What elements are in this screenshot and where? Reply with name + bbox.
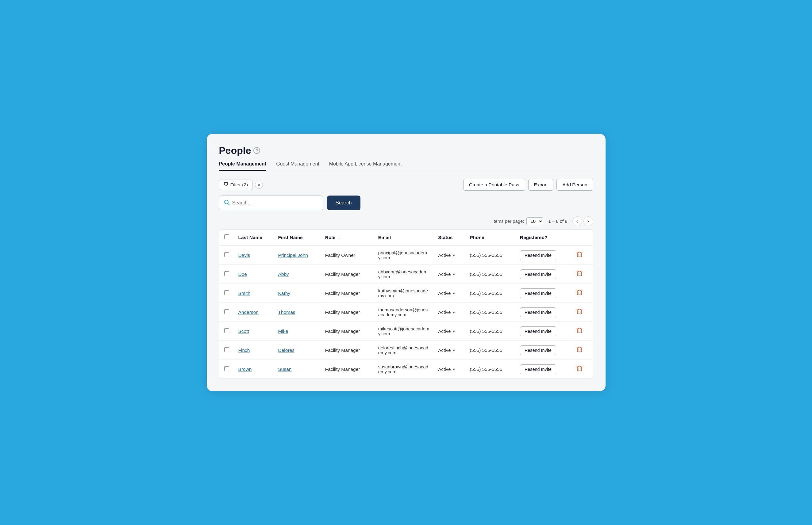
cell-role: Facility Manager [321,284,374,303]
resend-invite-button[interactable]: Resend Invite [520,269,556,279]
select-all-checkbox[interactable] [224,235,229,239]
tabs-bar: People Management Guest Management Mobil… [219,158,593,171]
table-row: Finch Delores Facility Manager deloresfi… [219,341,593,360]
cell-registered: Resend Invite [516,341,570,360]
resend-invite-button[interactable]: Resend Invite [520,364,556,374]
status-badge: Active [438,272,451,277]
items-per-page-select[interactable]: 10 25 50 [526,217,543,225]
help-icon[interactable]: ? [253,147,260,154]
first-name-link[interactable]: Principal John [278,253,308,258]
toolbar-row: ⛉ Filter (2) ✕ Create a Printable Pass E… [219,179,593,191]
cell-registered: Resend Invite [516,303,570,322]
row-checkbox[interactable] [224,328,229,333]
cell-role: Facility Manager [321,360,374,379]
resend-invite-button[interactable]: Resend Invite [520,345,556,355]
cell-delete [570,322,593,341]
cell-role: Facility Manager [321,303,374,322]
row-checkbox[interactable] [224,347,229,352]
people-table-wrap: Last Name First Name Role ↓ Email Status… [219,229,593,379]
status-dropdown-button[interactable]: ▾ [452,348,455,353]
tab-guest-management[interactable]: Guest Management [276,158,319,171]
first-name-link[interactable]: Thomas [278,310,295,315]
cell-status: Active ▾ [434,322,465,341]
cell-status: Active ▾ [434,360,465,379]
last-name-link[interactable]: Doe [238,272,247,277]
status-dropdown-button[interactable]: ▾ [452,310,455,315]
row-checkbox-cell [219,322,234,341]
status-dropdown-button[interactable]: ▾ [452,253,455,258]
clear-filter-button[interactable]: ✕ [255,181,263,189]
svg-rect-4 [577,291,582,295]
cell-last-name: Scott [234,322,274,341]
cell-status: Active ▾ [434,341,465,360]
page-count: 1 – 8 of 8 [548,219,567,224]
first-name-link[interactable]: Mike [278,329,288,334]
status-dropdown-button[interactable]: ▾ [452,367,455,372]
last-name-link[interactable]: Anderson [238,310,259,315]
action-buttons: Create a Printable Pass Export Add Perso… [463,179,593,191]
cell-delete [570,246,593,265]
tab-people-management[interactable]: People Management [219,158,266,171]
status-dropdown-button[interactable]: ▾ [452,291,455,296]
last-name-link[interactable]: Davis [238,253,250,258]
first-name-link[interactable]: Kathy [278,290,290,296]
cell-first-name: Abby [274,265,321,284]
page-nav: ‹ › [572,216,593,226]
cell-last-name: Davis [234,246,274,265]
cell-email: abbydoe@jonesacademy.com [374,265,434,284]
row-checkbox[interactable] [224,366,229,371]
delete-row-button[interactable] [575,326,584,336]
cell-delete [570,265,593,284]
delete-row-button[interactable] [575,345,584,355]
search-input[interactable] [232,200,319,206]
last-name-link[interactable]: Scott [238,329,249,334]
search-row: Search [219,196,593,210]
search-input-wrap [219,196,323,210]
delete-row-button[interactable] [575,250,584,260]
add-person-button[interactable]: Add Person [556,179,593,191]
create-printable-pass-button[interactable]: Create a Printable Pass [463,179,525,191]
tab-mobile-app-license[interactable]: Mobile App License Management [329,158,402,171]
status-dropdown-button[interactable]: ▾ [452,272,455,277]
resend-invite-button[interactable]: Resend Invite [520,308,556,317]
next-page-button[interactable]: › [583,216,593,226]
first-name-link[interactable]: Delores [278,347,294,353]
cell-first-name: Principal John [274,246,321,265]
table-row: Smith Kathy Facility Manager kathysmith@… [219,284,593,303]
last-name-link[interactable]: Smith [238,290,251,296]
last-name-link[interactable]: Finch [238,347,250,353]
filter-button[interactable]: ⛉ Filter (2) [219,180,253,190]
status-badge: Active [438,347,451,353]
last-name-link[interactable]: Brown [238,366,252,372]
resend-invite-button[interactable]: Resend Invite [520,250,556,260]
svg-rect-6 [577,329,582,333]
prev-page-button[interactable]: ‹ [572,216,582,226]
resend-invite-button[interactable]: Resend Invite [520,288,556,298]
cell-role: Facility Manager [321,265,374,284]
row-checkbox[interactable] [224,309,229,314]
col-email: Email [374,229,434,246]
status-dropdown-button[interactable]: ▾ [452,329,455,334]
cell-email: deloresfinch@jonesacademy.com [374,341,434,360]
row-checkbox[interactable] [224,271,229,276]
cell-phone: (555) 555-5555 [465,341,516,360]
cell-phone: (555) 555-5555 [465,322,516,341]
delete-row-button[interactable] [575,288,584,298]
delete-row-button[interactable] [575,307,584,317]
col-checkbox [219,229,234,246]
delete-row-button[interactable] [575,364,584,374]
col-role[interactable]: Role ↓ [321,229,374,246]
filter-icon: ⛉ [223,182,229,188]
resend-invite-button[interactable]: Resend Invite [520,326,556,336]
delete-row-button[interactable] [575,269,584,279]
row-checkbox[interactable] [224,290,229,295]
search-button[interactable]: Search [327,196,360,210]
row-checkbox[interactable] [224,252,229,257]
export-button[interactable]: Export [528,179,554,191]
page-title: People [219,145,251,156]
status-badge: Active [438,366,451,372]
svg-rect-2 [577,253,582,257]
table-row: Brown Susan Facility Manager susanbrown@… [219,360,593,379]
first-name-link[interactable]: Susan [278,366,292,372]
first-name-link[interactable]: Abby [278,272,289,277]
